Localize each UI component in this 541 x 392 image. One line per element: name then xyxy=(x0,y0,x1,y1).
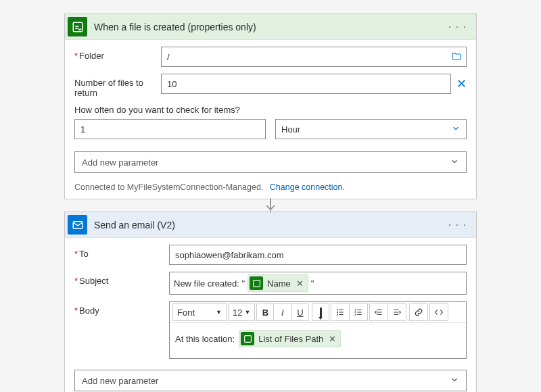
trigger-title: When a file is created (properties only) xyxy=(94,22,446,32)
flow-arrow xyxy=(64,199,477,212)
svg-rect-9 xyxy=(244,335,251,342)
folder-label: *Folder xyxy=(74,47,161,61)
svg-text:3: 3 xyxy=(355,313,357,316)
to-input[interactable] xyxy=(169,245,467,265)
number-list-button[interactable]: 123 xyxy=(350,303,368,321)
outlook-icon xyxy=(68,215,87,235)
body-label: *Body xyxy=(74,301,169,316)
trigger-header: When a file is created (properties only)… xyxy=(65,14,476,40)
numfiles-input[interactable] xyxy=(161,74,451,94)
numfiles-label: Number of files to return xyxy=(74,74,161,98)
remove-token-icon[interactable]: ✕ xyxy=(329,334,336,344)
highlight-button[interactable] xyxy=(312,303,329,321)
trigger-card: When a file is created (properties only)… xyxy=(64,14,477,199)
chevron-down-icon xyxy=(450,157,459,168)
interval-input[interactable] xyxy=(74,119,266,139)
code-view-button[interactable] xyxy=(429,303,448,321)
folder-picker-icon[interactable] xyxy=(450,51,463,63)
underline-button[interactable]: U xyxy=(291,303,309,321)
svg-point-5 xyxy=(337,314,338,316)
svg-point-3 xyxy=(337,310,338,311)
folder-input[interactable] xyxy=(161,47,467,67)
trigger-footer: Connected to MyFileSystemConnection-Mana… xyxy=(65,178,476,199)
rte-toolbar: Font▼ 12▼ B I U xyxy=(170,302,466,323)
svg-point-4 xyxy=(337,312,338,313)
chevron-down-icon xyxy=(451,124,461,135)
trigger-menu-button[interactable]: · · · xyxy=(446,21,469,33)
action-title: Send an email (V2) xyxy=(94,220,446,230)
remove-token-icon[interactable]: ✕ xyxy=(296,278,304,289)
chevron-down-icon xyxy=(450,375,459,387)
svg-rect-2 xyxy=(253,280,260,287)
trigger-change-connection-link[interactable]: Change connection. xyxy=(270,182,345,192)
subject-label: *Subject xyxy=(74,272,169,286)
bold-button[interactable]: B xyxy=(256,303,274,321)
poll-label: How often do you want to check for items… xyxy=(74,105,467,115)
body-content[interactable]: At this location: List of Files Path ✕ xyxy=(170,323,466,358)
body-editor[interactable]: Font▼ 12▼ B I U xyxy=(169,301,467,359)
action-card: Send an email (V2) · · · *To *Subject Ne… xyxy=(64,212,477,392)
token-name[interactable]: Name ✕ xyxy=(248,274,308,292)
to-label: *To xyxy=(74,245,169,259)
subject-input[interactable]: New file created: " Name ✕ " xyxy=(169,272,467,295)
italic-button[interactable]: I xyxy=(274,303,291,321)
outdent-button[interactable] xyxy=(369,303,388,321)
filesystem-icon xyxy=(68,17,87,36)
filesystem-icon xyxy=(241,332,254,345)
bullet-list-button[interactable] xyxy=(331,303,350,321)
action-add-parameter[interactable]: Add new parameter xyxy=(74,370,467,391)
link-button[interactable] xyxy=(409,303,428,321)
unit-value: Hour xyxy=(281,124,300,134)
action-menu-button[interactable]: · · · xyxy=(446,219,469,231)
trigger-add-parameter[interactable]: Add new parameter xyxy=(74,151,467,173)
action-header: Send an email (V2) · · · xyxy=(65,212,476,238)
font-select[interactable]: Font▼ xyxy=(172,303,227,321)
token-list-of-files-path[interactable]: List of Files Path ✕ xyxy=(239,330,341,347)
unit-select[interactable]: Hour xyxy=(275,119,467,139)
filesystem-icon xyxy=(250,276,263,290)
size-select[interactable]: 12▼ xyxy=(228,303,255,321)
indent-button[interactable] xyxy=(388,303,406,321)
clear-numfiles-button[interactable]: ✕ xyxy=(456,78,467,90)
